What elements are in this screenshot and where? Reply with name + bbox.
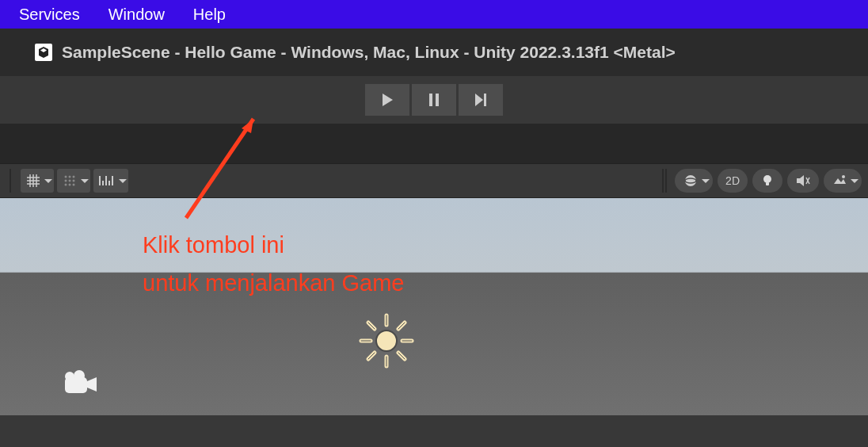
annotation-text: Klik tombol ini untuk menjalankan Game: [143, 227, 404, 303]
unity-logo-icon: [35, 44, 52, 61]
snap-toggle-button[interactable]: [57, 169, 90, 193]
grid-icon: [25, 173, 41, 189]
step-button[interactable]: [459, 84, 503, 116]
svg-marker-2: [383, 94, 393, 106]
svg-point-16: [685, 175, 696, 186]
scene-viewport[interactable]: Klik tombol ini untuk menjalankan Game: [0, 198, 868, 415]
play-controls: [0, 76, 868, 124]
svg-point-24: [376, 330, 397, 351]
svg-point-18: [763, 175, 771, 183]
scene-toolbar: 2D: [0, 163, 868, 198]
grid-toggle-button[interactable]: [21, 169, 54, 193]
svg-point-7: [65, 176, 67, 178]
svg-point-15: [73, 184, 75, 186]
audio-toggle-button[interactable]: [787, 169, 819, 193]
effects-icon: [832, 174, 847, 188]
svg-point-43: [65, 372, 74, 381]
annotation-line2: untuk menjalankan Game: [143, 265, 404, 303]
lighting-toggle-button[interactable]: [752, 169, 782, 193]
svg-point-14: [69, 184, 71, 186]
sphere-icon: [683, 173, 699, 189]
svg-marker-42: [87, 377, 97, 392]
titlebar: SampleScene - Hello Game - Windows, Mac,…: [0, 29, 868, 76]
svg-point-21: [842, 175, 845, 178]
svg-line-22: [186, 119, 253, 218]
audio-mute-icon: [795, 174, 811, 188]
svg-point-13: [65, 184, 67, 186]
play-icon: [381, 93, 394, 107]
svg-rect-3: [429, 94, 432, 106]
svg-point-10: [65, 180, 67, 182]
annotation-line1: Klik tombol ini: [143, 227, 404, 265]
svg-point-44: [74, 370, 85, 381]
toolbar-divider: [662, 169, 667, 193]
camera-gizmo[interactable]: [60, 369, 101, 399]
svg-point-8: [69, 176, 71, 178]
svg-marker-5: [475, 94, 483, 106]
svg-rect-6: [484, 94, 486, 106]
svg-point-12: [73, 180, 75, 182]
2d-label: 2D: [725, 174, 740, 187]
chevron-down-icon: [702, 179, 710, 187]
chevron-down-icon: [119, 179, 127, 187]
chevron-down-icon: [851, 179, 858, 187]
svg-rect-4: [436, 94, 439, 106]
menu-help[interactable]: Help: [193, 6, 226, 24]
window-title: SampleScene - Hello Game - Windows, Mac,…: [62, 43, 676, 62]
chevron-down-icon: [44, 179, 52, 187]
draw-mode-button[interactable]: [675, 169, 713, 193]
step-forward-icon: [474, 93, 488, 107]
svg-marker-20: [797, 175, 804, 186]
toolbar-divider: [6, 169, 11, 193]
menubar: Services Window Help: [0, 0, 868, 29]
pause-button[interactable]: [412, 84, 456, 116]
chevron-down-icon: [81, 179, 89, 187]
snap-icon: [62, 173, 78, 189]
2d-toggle-button[interactable]: 2D: [718, 169, 748, 193]
menu-window[interactable]: Window: [108, 6, 165, 24]
effects-toggle-button[interactable]: [824, 169, 862, 193]
directional-light-gizmo[interactable]: [355, 309, 418, 372]
svg-point-9: [73, 176, 75, 178]
svg-rect-19: [766, 182, 769, 185]
pause-icon: [428, 93, 440, 107]
play-button[interactable]: [365, 84, 409, 116]
menu-services[interactable]: Services: [19, 6, 80, 24]
lightbulb-icon: [760, 174, 775, 188]
toolbar-gap: [0, 124, 868, 163]
svg-point-11: [69, 180, 71, 182]
snap-increment-button[interactable]: [93, 169, 128, 193]
annotation-arrow: [178, 111, 273, 230]
increment-icon: [98, 173, 116, 189]
